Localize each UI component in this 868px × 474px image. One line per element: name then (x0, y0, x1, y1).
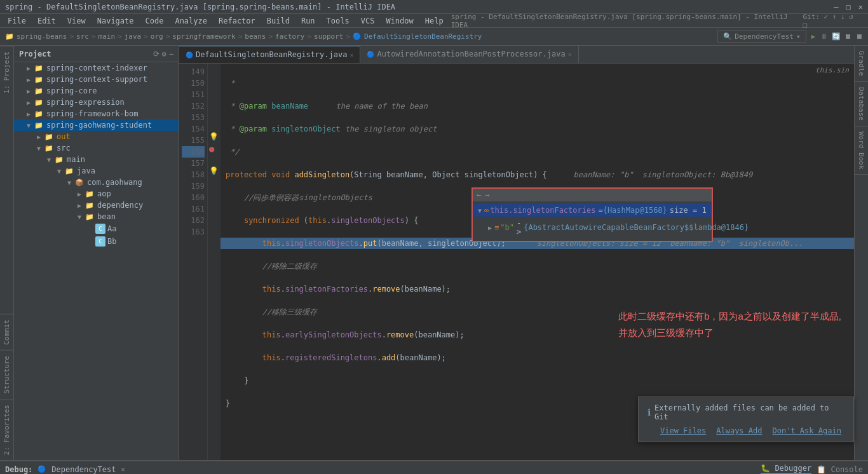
debug-tooltip-body: ▼ ∞ this.singletonFactories = {HashMap@1… (473, 201, 712, 241)
tooltip-forward-icon[interactable]: → (485, 191, 489, 200)
sidebar-minimize-icon[interactable]: − (169, 50, 173, 58)
menu-build[interactable]: Build (262, 15, 295, 27)
sidebar-tree: ▶ 📁 spring-context-indexer ▶ 📁 spring-co… (14, 62, 179, 460)
debug-session-icon: 🔵 (37, 465, 46, 473)
git-notification: ℹ Externally added files can be added to… (638, 396, 854, 442)
sidebar-settings-icon[interactable]: ⚙ (162, 50, 166, 58)
left-tab-project[interactable]: 1: Project (0, 46, 13, 98)
tree-item-aop[interactable]: ▶ 📁 aop (14, 188, 179, 200)
tab-default-singleton-bean-registry[interactable]: 🔵 DefaultSingletonBeanRegistry.java ✕ (179, 46, 360, 63)
breadcrumb-org[interactable]: org (151, 32, 163, 41)
maximize-button[interactable]: □ (846, 3, 851, 11)
tree-item-spring-framework-bom[interactable]: ▶ 📁 spring-framework-bom (14, 108, 179, 119)
menu-help[interactable]: Help (420, 15, 449, 27)
git-info-icon: ℹ (648, 407, 651, 417)
right-tab-gradle[interactable]: Gradle (855, 46, 868, 82)
breadcrumb-java[interactable]: java (125, 32, 142, 41)
debug-lamp-icon: 💡 (209, 166, 219, 175)
menu-bar: File Edit View Navigate Code Analyze Ref… (0, 14, 868, 28)
chinese-annotation: 此时二级缓存中还有b，因为a之前以及创建了半成品, 并放入到三级缓存中了 (618, 308, 841, 341)
breadcrumb-support[interactable]: support (314, 32, 343, 41)
breadcrumb-spring-beans[interactable]: spring-beans (17, 32, 67, 41)
breadcrumb-current[interactable]: DefaultSingletonBeanRegistry (364, 32, 482, 41)
tree-item-src[interactable]: ▼ 📁 src (14, 142, 179, 154)
breadcrumb-beans[interactable]: beans (245, 32, 266, 41)
menu-code[interactable]: Code (140, 15, 169, 27)
editor-tabs: 🔵 DefaultSingletonBeanRegistry.java ✕ 🔵 … (179, 46, 854, 64)
tab-icon-java: 🔵 (186, 51, 193, 58)
left-tab-bar: 1: Project Commit Structure 2: Favorites (0, 46, 14, 460)
breadcrumb-main[interactable]: main (98, 32, 116, 41)
tree-item-main[interactable]: ▼ 📁 main (14, 154, 179, 165)
tree-item-bean[interactable]: ▼ 📁 bean (14, 211, 179, 222)
scroll-hint: this.sin (810, 64, 854, 77)
sidebar: Project ⟳ ⚙ − ▶ 📁 spring-context-indexer… (14, 46, 179, 460)
chinese-line-1: 此时二级缓存中还有b，因为a之前以及创建了半成品, (618, 308, 841, 325)
tree-item-spring-core[interactable]: ▶ 📁 spring-core (14, 85, 179, 97)
debug-panel-label: Debug: (5, 465, 32, 474)
left-tab-commit[interactable]: Commit (0, 314, 13, 350)
tree-item-aa[interactable]: C Aa (14, 222, 179, 235)
git-dont-ask-link[interactable]: Don't Ask Again (773, 426, 841, 435)
git-notification-actions: View Files Always Add Don't Ask Again (648, 426, 844, 435)
menu-navigate[interactable]: Navigate (92, 15, 139, 27)
console-tab-btn[interactable]: 📋 Console (817, 465, 863, 474)
tree-item-dependency[interactable]: ▶ 📁 dependency (14, 200, 179, 211)
menu-edit[interactable]: Edit (32, 15, 61, 27)
breadcrumb-springframework[interactable]: springframework (172, 32, 235, 41)
menu-run[interactable]: Run (296, 15, 320, 27)
debug-breakpoint-icon: ● (209, 144, 214, 154)
tree-item-spring-gaohwang-student[interactable]: ▼ 📁 spring-gaohwang-student (14, 119, 179, 131)
chinese-line-2: 并放入到三级缓存中了 (618, 325, 841, 341)
tree-item-com-gaohwang[interactable]: ▼ 📦 com.gaohwang (14, 177, 179, 188)
breadcrumb-bar: 📁 spring-beans > src > main > java > org… (0, 28, 868, 46)
debug-header: Debug: 🔵 DependencyTest ✕ 🐛 Debugger 📋 C… (0, 461, 868, 474)
right-tab-wordbook[interactable]: Word Book (855, 126, 868, 175)
right-tab-bar: Gradle Database Word Book (854, 46, 868, 460)
gutter: ● 💡 💡 (208, 64, 220, 460)
debug-session-name[interactable]: DependencyTest (51, 465, 116, 474)
menu-file[interactable]: File (3, 15, 31, 27)
left-tab-favorites[interactable]: 2: Favorites (0, 399, 13, 460)
menu-analyze[interactable]: Analyze (170, 15, 212, 27)
sidebar-title: Project (19, 50, 51, 58)
debugger-tab-btn[interactable]: 🐛 Debugger (761, 464, 811, 474)
tree-item-spring-context-support[interactable]: ▶ 📁 spring-context-support (14, 74, 179, 85)
minimize-button[interactable]: — (834, 3, 838, 11)
debug-arrow-icon: 💡 (209, 132, 219, 141)
tab-icon-java2: 🔵 (367, 51, 374, 58)
bottom-panel: Debug: 🔵 DependencyTest ✕ 🐛 Debugger 📋 C… (0, 460, 868, 474)
tooltip-back-icon[interactable]: ← (477, 191, 481, 200)
close-button[interactable]: ✕ (858, 3, 863, 11)
debug-tooltip-row-2[interactable]: ▶ ≡ "b" -> {AbstractAutowireCapableBeanF… (473, 217, 712, 238)
tree-item-spring-context-indexer[interactable]: ▶ 📁 spring-context-indexer (14, 62, 179, 74)
tree-item-java[interactable]: ▼ 📁 java (14, 165, 179, 177)
menu-tools[interactable]: Tools (322, 15, 355, 27)
line-numbers: 149 150 151 152 153 154 155 156 157 158 … (179, 64, 208, 460)
breadcrumb-src[interactable]: src (76, 32, 89, 41)
git-notification-text: Externally added files can be added to G… (654, 403, 844, 421)
title-bar-title: spring - DefaultSingletonBeanRegistry.ja… (5, 3, 395, 11)
menu-vcs[interactable]: VCS (356, 15, 380, 27)
git-notification-header: ℹ Externally added files can be added to… (648, 403, 844, 421)
debug-tooltip-header: ← → (473, 189, 712, 201)
debug-tooltip-row-1[interactable]: ▼ ∞ this.singletonFactories = {HashMap@1… (473, 204, 712, 217)
tree-item-out[interactable]: ▶ 📁 out (14, 131, 179, 142)
breadcrumb-factory[interactable]: factory (275, 32, 304, 41)
tab-close-1[interactable]: ✕ (349, 51, 353, 58)
menu-view[interactable]: View (62, 15, 91, 27)
left-tab-structure[interactable]: Structure (0, 350, 13, 399)
menu-refactor[interactable]: Refactor (214, 15, 261, 27)
debug-tooltip: ← → ▼ ∞ this.singletonFactories = {HashM… (471, 187, 713, 242)
debug-session-close[interactable]: ✕ (121, 466, 125, 473)
right-tab-database[interactable]: Database (855, 82, 868, 126)
git-always-add-link[interactable]: Always Add (716, 426, 762, 435)
git-view-files-link[interactable]: View Files (660, 426, 706, 435)
sidebar-sync-icon[interactable]: ⟳ (153, 50, 159, 58)
tree-item-spring-expression[interactable]: ▶ 📁 spring-expression (14, 97, 179, 108)
tab-autowired-annotation[interactable]: 🔵 AutowiredAnnotationBeanPostProcessor.j… (360, 46, 578, 63)
project-icon: 📁 (5, 32, 14, 41)
menu-window[interactable]: Window (381, 15, 418, 27)
tree-item-bb[interactable]: C Bb (14, 235, 179, 248)
tab-close-2[interactable]: ✕ (568, 51, 572, 58)
